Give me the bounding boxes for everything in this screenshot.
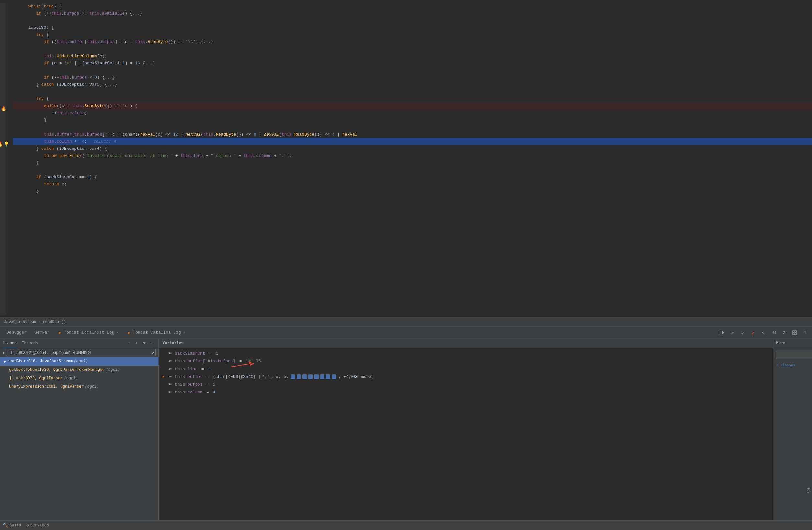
gutter-marker (0, 41, 6, 48)
var-name: this.buffer (175, 374, 203, 379)
gutter-marker (0, 91, 6, 98)
var-name: this.column (175, 390, 203, 395)
gutter-marker (0, 154, 6, 162)
expand-arrow[interactable]: ▶ (162, 375, 166, 379)
gutter-marker (0, 76, 6, 84)
svg-rect-6 (795, 333, 796, 335)
var-item: ∞ this.column = 4 (159, 388, 773, 396)
code-line: } catch (IOException var4) { (13, 145, 812, 152)
frame-file: (ognl) (74, 359, 88, 364)
toolbar-watch-btn[interactable] (790, 328, 799, 337)
tab-server[interactable]: Server (30, 327, 54, 338)
svg-rect-5 (793, 333, 794, 335)
frame-item[interactable]: ▶ readChar:316, JavaCharStream (ognl) (0, 357, 158, 366)
var-value: 1 (208, 367, 211, 371)
type-box (326, 374, 330, 379)
breadcrumb-separator: › (39, 320, 41, 324)
type-box (302, 374, 307, 379)
build-label: Build (10, 523, 21, 528)
toolbar-force-step-into-btn[interactable]: ↙ (749, 328, 758, 337)
gutter-marker (0, 12, 6, 19)
toolbar-settings-btn[interactable]: ≡ (800, 328, 809, 337)
var-item: ∞ this.line = 1 (159, 365, 773, 373)
gutter-marker (0, 126, 6, 133)
tomcat-localhost-close[interactable]: ✕ (116, 330, 118, 335)
toolbar-step-into-btn[interactable]: ↙ (738, 328, 747, 337)
frames-list: ▶ "http-8080-2"@3,054 ...roup "main": RU… (0, 348, 158, 520)
svg-rect-1 (721, 331, 721, 335)
gutter-marker (0, 62, 6, 69)
classes-link[interactable]: › classes (773, 362, 812, 368)
gutter-markers: 🔥 🔥💡 (0, 3, 6, 314)
code-line (13, 67, 812, 74)
gutter-marker (0, 169, 6, 176)
code-line: this.UpdateLineColumn(c); (13, 53, 812, 60)
toolbar-step-over-btn[interactable]: ↗ (728, 328, 737, 337)
panel-add-btn[interactable]: + (149, 340, 156, 347)
breadcrumb-method: readChar() (43, 320, 66, 324)
code-editor[interactable]: while(true) { if (++this.bufpos == this.… (6, 3, 812, 314)
var-type-icon: ∞ (168, 351, 173, 356)
gutter-marker (0, 119, 6, 126)
code-line (13, 45, 812, 53)
frame-item[interactable]: UnaryExpression:1081, OgnlParser (ognl) (0, 382, 158, 391)
tab-frames[interactable]: Frames (3, 338, 16, 348)
frame-item[interactable]: jj_ntk:3079, OgnlParser (ognl) (0, 374, 158, 382)
hammer-icon: 🔨 (3, 522, 8, 528)
panel-up-btn[interactable]: ↑ (125, 340, 132, 347)
variables-list: ∞ backSlashCnt = 1 ∞ this.buffer[this.bu… (159, 348, 773, 520)
frame-name: getNextToken:1536, OgnlParserTokenManage… (9, 368, 105, 372)
bottom-bar: 🔨 Build ⚙ Services (0, 520, 812, 530)
toolbar-run-to-cursor-btn[interactable]: ⟲ (769, 328, 778, 337)
frame-active-indicator: ▶ (4, 359, 6, 364)
co-label: Co (804, 487, 812, 495)
thread-dropdown[interactable]: "http-8080-2"@3,054 ...roup "main": RUNN… (6, 349, 156, 356)
var-item: ∞ this.bufpos = 1 (159, 381, 773, 388)
gutter-marker (0, 19, 6, 27)
code-line: if (--this.bufpos < 0) {...} (13, 74, 812, 81)
frame-file: (ognl) (106, 368, 120, 372)
frame-item[interactable]: getNextToken:1536, OgnlParserTokenManage… (0, 366, 158, 374)
breadcrumb-bar: JavaCharStream › readChar() (0, 317, 812, 326)
tab-tomcat-catalina[interactable]: ▶ Tomcat Catalina Log ✕ (123, 327, 189, 338)
gutter-marker (0, 27, 6, 34)
tab-tomcat-localhost[interactable]: ▶ Tomcat Localhost Log ✕ (54, 327, 122, 338)
tomcat-catalina-close[interactable]: ✕ (183, 330, 185, 335)
toolbar-rerun-btn[interactable] (717, 328, 726, 337)
var-value-rest: , #, u, (271, 374, 289, 379)
memory-search-input[interactable] (776, 351, 812, 359)
panel-down-btn[interactable]: ↓ (133, 340, 140, 347)
toolbar-evaluate-btn[interactable]: ⊘ (780, 328, 789, 337)
code-line: ++this.column; (13, 109, 812, 117)
gutter-marker (0, 84, 6, 91)
gutter-marker (0, 162, 6, 169)
tab-debugger[interactable]: Debugger (3, 327, 30, 338)
gutter-marker (0, 98, 6, 105)
frames-tab-label: Frames (3, 341, 16, 345)
code-line: return c; (13, 180, 812, 188)
type-box (332, 374, 336, 379)
bottom-build-item[interactable]: 🔨 Build (3, 522, 21, 528)
inline-hint: column: 4 (93, 139, 116, 144)
type-box (314, 374, 319, 379)
bottom-services-item[interactable]: ⚙ Services (26, 522, 49, 528)
toolbar-step-out-btn[interactable]: ↖ (759, 328, 768, 337)
frame-name: jj_ntk:3079, OgnlParser (9, 376, 63, 381)
breakpoint-marker-2[interactable]: 🔥💡 (0, 141, 6, 148)
memory-header: Memo (773, 338, 812, 348)
svg-rect-3 (793, 331, 794, 332)
panel-tabs: Frames Threads ↑ ↓ ▼ + (0, 338, 158, 348)
gutter-marker (0, 5, 6, 12)
type-box (291, 374, 295, 379)
tomcat-localhost-tab-label: Tomcat Localhost Log (64, 330, 114, 335)
type-box (296, 374, 301, 379)
var-value: 1 (215, 351, 218, 356)
tab-threads[interactable]: Threads (22, 338, 38, 348)
panel-filter-btn[interactable]: ▼ (141, 340, 148, 347)
debugger-tab-label: Debugger (6, 330, 27, 335)
frame-file: (ognl) (85, 384, 99, 389)
code-line (13, 166, 812, 174)
code-line (13, 88, 812, 95)
breakpoint-marker[interactable]: 🔥 (0, 105, 6, 112)
gutter-marker (0, 176, 6, 183)
